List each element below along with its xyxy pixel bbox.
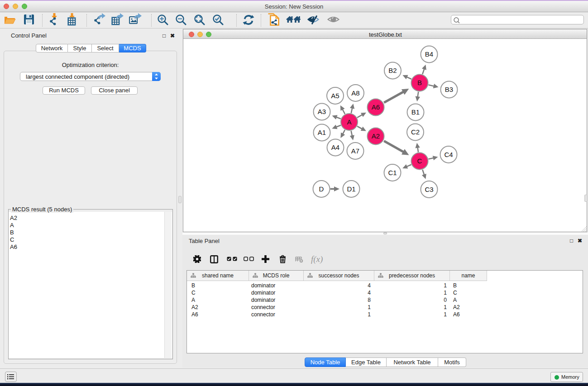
- svg-text:C2: C2: [411, 128, 420, 136]
- svg-text:C: C: [417, 157, 422, 165]
- svg-text:C3: C3: [425, 186, 433, 193]
- svg-text:B: B: [417, 79, 422, 86]
- svg-text:D1: D1: [347, 185, 355, 193]
- svg-text:B2: B2: [388, 67, 397, 74]
- svg-text:A6: A6: [372, 103, 380, 111]
- svg-text:A4: A4: [331, 143, 339, 151]
- svg-text:A3: A3: [318, 108, 326, 115]
- svg-text:A5: A5: [331, 92, 339, 100]
- svg-text:A7: A7: [351, 147, 359, 155]
- svg-text:A1: A1: [318, 129, 326, 136]
- svg-text:D: D: [319, 185, 324, 193]
- svg-text:A: A: [347, 118, 351, 126]
- svg-text:A2: A2: [372, 132, 380, 140]
- svg-text:B4: B4: [425, 50, 433, 58]
- svg-text:B3: B3: [445, 86, 453, 93]
- svg-text:C4: C4: [444, 151, 453, 158]
- svg-text:C1: C1: [388, 169, 397, 176]
- svg-text:B1: B1: [411, 108, 420, 116]
- svg-text:A8: A8: [351, 89, 359, 97]
